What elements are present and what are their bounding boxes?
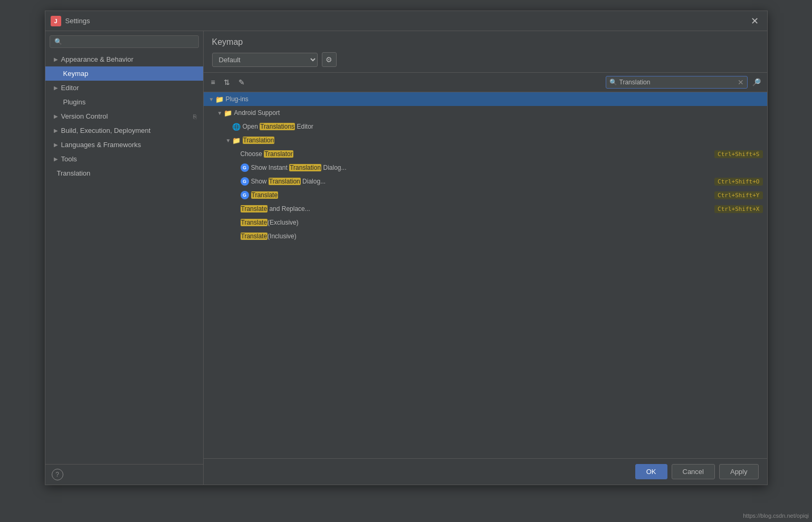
arrow-icon: ▶ <box>54 128 58 133</box>
arrow-icon: ▼ <box>225 138 232 143</box>
sidebar-item-label: Editor <box>61 84 79 92</box>
expand-all-button[interactable]: ≡ <box>208 76 218 89</box>
sidebar-item-label: Version Control <box>61 112 108 120</box>
sidebar: 🔍 ▶ Appearance & Behavior Keymap ▶ Edito… <box>45 31 204 485</box>
close-button[interactable]: ✕ <box>748 14 762 28</box>
sidebar-item-label: Tools <box>61 155 77 163</box>
search-clear-button[interactable]: ✕ <box>738 78 744 86</box>
tree-row[interactable]: G Show Instant Translation Dialog... <box>204 161 767 175</box>
arrow-icon: ▼ <box>208 96 215 102</box>
google-translate-icon: G <box>241 177 249 186</box>
tree-row[interactable]: Translate(Inclusive) <box>204 229 767 243</box>
help-button[interactable]: ? <box>52 469 63 480</box>
shortcut-badge: Ctrl+Shift+X <box>714 205 762 213</box>
search-icon: 🔍 <box>54 38 62 45</box>
tree-label: Open Translations Editor <box>243 123 313 130</box>
keymap-tree: ▼ 📁 Plug-ins ▼ 📁 Android Support 🌐 <box>204 92 767 458</box>
sidebar-item-label: Plugins <box>63 98 86 106</box>
edit-button[interactable]: ✎ <box>235 76 248 89</box>
sidebar-item-build[interactable]: ▶ Build, Execution, Deployment <box>45 123 203 138</box>
footer: OK Cancel Apply <box>204 458 767 485</box>
sidebar-item-version-control[interactable]: ▶ Version Control ⎘ <box>45 109 203 123</box>
watermark: https://blog.csdn.net/opiqi <box>740 511 812 520</box>
sidebar-item-translation[interactable]: Translation <box>45 166 203 180</box>
sidebar-search-box[interactable]: 🔍 <box>50 35 199 48</box>
shortcut-badge: Ctrl+Shift+O <box>714 178 762 186</box>
arrow-icon: ▶ <box>54 142 58 148</box>
toolbar: ≡ ⇅ ✎ 🔍 ✕ 🔎 <box>204 73 767 92</box>
window-title: Settings <box>65 17 748 25</box>
sidebar-item-label: Appearance & Behavior <box>61 55 133 63</box>
ok-button[interactable]: OK <box>635 464 667 479</box>
arrow-icon: ▶ <box>54 85 58 91</box>
sidebar-item-label: Languages & Frameworks <box>61 141 141 149</box>
sidebar-search-input[interactable] <box>64 38 194 45</box>
tree-row[interactable]: ▼ 📁 Plug-ins <box>204 92 767 106</box>
sidebar-item-plugins[interactable]: Plugins <box>45 95 203 109</box>
keymap-select[interactable]: Default Eclipse Emacs Sublime Text <box>212 53 318 67</box>
sidebar-item-languages[interactable]: ▶ Languages & Frameworks <box>45 138 203 152</box>
arrow-icon: ▶ <box>54 113 58 119</box>
sidebar-item-tools[interactable]: ▶ Tools <box>45 152 203 166</box>
sidebar-item-label: Build, Execution, Deployment <box>61 127 151 134</box>
tree-label: Translate and Replace... <box>241 205 310 212</box>
arrow-icon: ▶ <box>54 56 58 62</box>
sidebar-item-keymap[interactable]: Keymap <box>45 66 203 81</box>
folder-icon: 📁 <box>215 95 224 103</box>
tree-row[interactable]: Choose Translator Ctrl+Shift+S <box>204 147 767 161</box>
help-area: ? <box>45 464 203 485</box>
sidebar-item-label: Translation <box>57 169 91 177</box>
tree-row[interactable]: ▼ 📁 Android Support <box>204 106 767 120</box>
google-translate-icon: G <box>241 163 249 172</box>
app-icon: J <box>51 16 61 26</box>
tree-row[interactable]: G Show Translation Dialog... Ctrl+Shift+… <box>204 175 767 188</box>
tree-label: Show Instant Translation Dialog... <box>251 164 347 171</box>
shortcut-badge: Ctrl+Shift+S <box>714 150 762 158</box>
tree-row[interactable]: Translate(Exclusive) <box>204 216 767 229</box>
tree-label: Translation <box>243 137 275 144</box>
globe-icon: 🌐 <box>232 123 241 131</box>
tree-label: Plug-ins <box>226 95 249 103</box>
tree-row[interactable]: Translate and Replace... Ctrl+Shift+X <box>204 202 767 216</box>
sidebar-item-label: Keymap <box>63 70 89 78</box>
arrow-icon: ▶ <box>54 156 58 162</box>
tree-label: Choose Translator <box>241 150 293 158</box>
tree-label: Android Support <box>234 109 280 117</box>
arrow-icon: ▼ <box>216 110 224 116</box>
main-panel: Keymap Default Eclipse Emacs Sublime Tex… <box>204 31 767 485</box>
tree-row[interactable]: ▼ 📁 Translation <box>204 133 767 147</box>
tree-label: Show Translation Dialog... <box>251 178 326 185</box>
keymap-controls: Default Eclipse Emacs Sublime Text ⚙ <box>212 52 759 67</box>
collapse-button[interactable]: ⇅ <box>221 76 233 89</box>
folder-icon: 📁 <box>224 109 232 117</box>
sidebar-item-editor[interactable]: ▶ Editor <box>45 81 203 95</box>
titlebar: J Settings ✕ <box>45 11 767 31</box>
settings-window: J Settings ✕ 🔍 ▶ Appearance & Behavior K… <box>45 11 768 485</box>
tree-row[interactable]: 🌐 Open Translations Editor <box>204 120 767 133</box>
find-usages-button[interactable]: 🔎 <box>750 76 763 89</box>
cancel-button[interactable]: Cancel <box>672 464 715 479</box>
tree-label: Translate <box>251 191 279 199</box>
apply-button[interactable]: Apply <box>719 464 759 479</box>
version-control-icon: ⎘ <box>193 113 197 120</box>
tree-label: Translate(Exclusive) <box>241 219 299 226</box>
search-field-icon: 🔍 <box>609 79 617 86</box>
tree-label: Translate(Inclusive) <box>241 233 297 240</box>
keymap-search-input[interactable] <box>619 79 735 86</box>
sidebar-item-appearance[interactable]: ▶ Appearance & Behavior <box>45 52 203 66</box>
shortcut-badge: Ctrl+Shift+Y <box>714 191 762 199</box>
content-area: 🔍 ▶ Appearance & Behavior Keymap ▶ Edito… <box>45 31 767 485</box>
panel-header: Keymap Default Eclipse Emacs Sublime Tex… <box>204 31 767 73</box>
google-translate-icon: G <box>241 191 249 199</box>
keymap-gear-button[interactable]: ⚙ <box>322 52 337 67</box>
search-field: 🔍 ✕ <box>606 76 748 89</box>
panel-title: Keymap <box>212 37 759 47</box>
tree-row[interactable]: G Translate Ctrl+Shift+Y <box>204 188 767 202</box>
folder-icon: 📁 <box>232 137 241 144</box>
